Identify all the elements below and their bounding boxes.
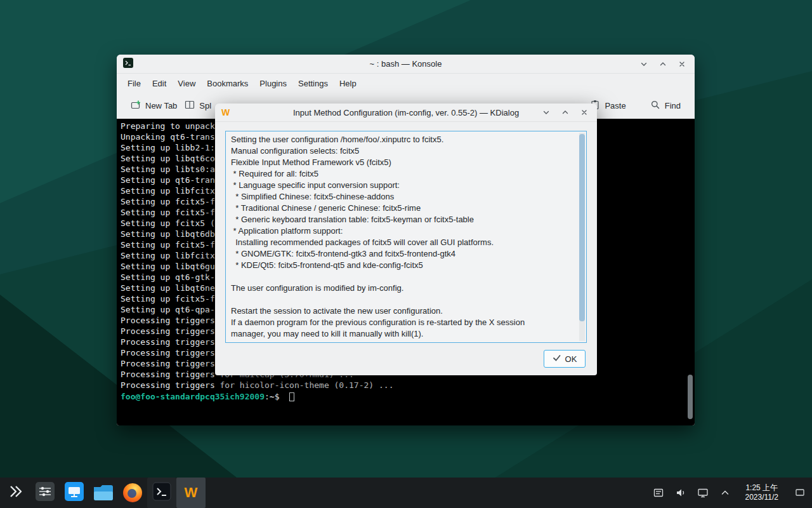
terminal-prompt: foo@foo-standardpcq35ich92009:~$: [121, 391, 686, 402]
maximize-button[interactable]: [657, 58, 669, 70]
split-view-button[interactable]: Spl: [181, 97, 215, 115]
terminal-cursor: [289, 392, 294, 401]
clock-date: 2023/11/2: [745, 493, 779, 502]
dialog-scrollbar[interactable]: [579, 133, 585, 341]
dialog-message-line: * Required for all: fcitx5: [231, 169, 573, 180]
dialog-message-line: * Generic keyboard translation table: fc…: [231, 215, 573, 226]
taskbar-konsole-task[interactable]: [147, 478, 176, 508]
digital-clock[interactable]: 1:25 上午 2023/11/2: [745, 483, 779, 502]
prompt-path: ~: [270, 392, 275, 401]
taskbar-app-blue[interactable]: [60, 478, 89, 508]
ok-label: OK: [565, 354, 577, 364]
new-tab-label: New Tab: [145, 101, 177, 110]
volume-icon[interactable]: [674, 483, 688, 502]
dialog-message-line: Manual configuration selects: fcitx5: [231, 146, 573, 157]
desktop: ~ : bash — Konsole FileEditViewBookmarks…: [0, 0, 812, 508]
ok-button[interactable]: OK: [544, 350, 586, 368]
find-button[interactable]: Find: [646, 97, 684, 115]
window-title: ~ : bash — Konsole: [117, 59, 695, 69]
firefox-icon: [123, 483, 142, 502]
dialog-message-area[interactable]: Setting the user configuration /home/foo…: [225, 131, 587, 343]
dialog-maximize-button[interactable]: [559, 106, 572, 119]
taskbar-active-task-kdialog[interactable]: W: [176, 478, 206, 508]
dialog-message-line: [231, 272, 573, 283]
search-icon: [650, 100, 660, 112]
find-label: Find: [665, 101, 681, 110]
notifications-icon[interactable]: [652, 483, 665, 502]
dialog-message-line: Flexible Input Method Framework v5 (fcit…: [231, 157, 573, 169]
menu-item[interactable]: View: [172, 76, 201, 91]
close-button[interactable]: [676, 58, 688, 70]
check-icon: [553, 354, 561, 364]
dialog-message-line: * GNOME/GTK: fcitx5-frontend-gtk3 and fc…: [231, 249, 573, 260]
dialog-message-line: * Application platform support:: [231, 226, 573, 237]
menu-item[interactable]: Edit: [147, 76, 172, 91]
prompt-separator: :: [265, 392, 270, 401]
menu-item[interactable]: Plugins: [254, 76, 292, 91]
dialog-message-line: * Language specific input conversion sup…: [231, 180, 573, 192]
expand-tray-icon[interactable]: [718, 483, 732, 502]
menu-item[interactable]: File: [122, 76, 147, 91]
dialog-message-line: The user configuration is modified by im…: [231, 283, 573, 295]
new-tab-icon: [131, 100, 141, 112]
dialog-message-line: Installing recommended packages of fcitx…: [231, 237, 573, 249]
blue-app-icon: [65, 482, 84, 504]
app-launcher-button[interactable]: [1, 478, 30, 508]
terminal-scrollbar-handle[interactable]: [688, 375, 693, 419]
taskbar-firefox[interactable]: [118, 478, 147, 508]
dialog-message-line: manager, you may need to kill it manuall…: [231, 329, 573, 340]
dialog-message-line: [231, 295, 573, 306]
clock-time: 1:25 上午: [745, 483, 779, 493]
dialog-message-line: * KDE/Qt5: fcitx5-frontend-qt5 and kde-c…: [231, 260, 573, 272]
taskbar-file-manager[interactable]: [89, 478, 118, 508]
task-manager-settings-button[interactable]: [30, 478, 60, 508]
dialog-message-line: If a daemon program for the previous con…: [231, 318, 573, 329]
folder-icon: [94, 485, 113, 500]
menu-bar: FileEditViewBookmarksPluginsSettingsHelp: [117, 74, 695, 93]
im-config-task-icon: W: [185, 486, 198, 500]
minimize-button[interactable]: [638, 58, 650, 70]
split-view-label: Spl: [199, 101, 211, 110]
prompt-user-host: foo@foo-standardpcq35ich92009: [121, 392, 265, 401]
new-tab-button[interactable]: New Tab: [127, 97, 181, 115]
konsole-titlebar[interactable]: ~ : bash — Konsole: [117, 55, 695, 74]
show-desktop-button[interactable]: [792, 478, 808, 508]
menu-item[interactable]: Bookmarks: [201, 76, 254, 91]
menu-item[interactable]: Settings: [292, 76, 334, 91]
im-config-app-icon: W: [221, 108, 230, 117]
display-icon[interactable]: [696, 483, 710, 502]
im-config-dialog: W Input Method Configuration (im-config,…: [215, 104, 597, 375]
dialog-titlebar[interactable]: W Input Method Configuration (im-config,…: [215, 104, 597, 122]
dialog-message-line: Restart the session to activate the new …: [231, 306, 573, 318]
dialog-message-line: See im-config(8) and /usr/share/doc/im-c…: [231, 340, 573, 342]
sliders-icon: [36, 482, 55, 504]
menu-item[interactable]: Help: [334, 76, 362, 91]
dialog-message-line: * Traditional Chinese / generic Chinese:…: [231, 203, 573, 215]
dialog-close-button[interactable]: [578, 106, 591, 119]
launcher-icon: [8, 483, 24, 502]
dialog-message-line: * Simplified Chinese: fcitx5-chinese-add…: [231, 192, 573, 203]
paste-label: Paste: [605, 101, 625, 110]
terminal-output-line: Processing triggers for hicolor-icon-the…: [121, 380, 686, 391]
konsole-app-icon: [123, 58, 133, 70]
konsole-task-icon: [152, 482, 171, 504]
dialog-message-line: Setting the user configuration /home/foo…: [231, 135, 573, 146]
split-view-icon: [185, 100, 195, 112]
prompt-symbol: $: [275, 392, 285, 401]
taskbar: W 1:25 上午 2023/11/2: [0, 478, 812, 508]
dialog-minimize-button[interactable]: [540, 106, 553, 119]
dialog-scrollbar-handle[interactable]: [579, 134, 585, 321]
terminal-scrollbar[interactable]: [688, 122, 693, 422]
